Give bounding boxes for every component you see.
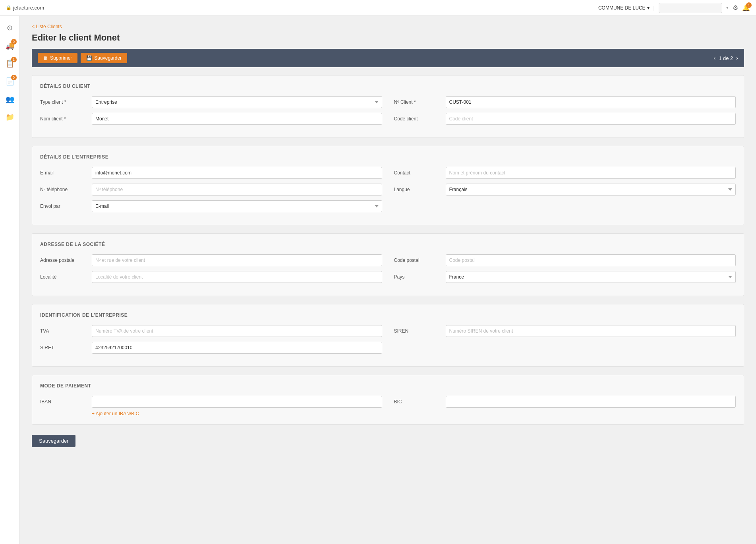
form-row-adresse-cp: Adresse postale Code postal: [40, 254, 736, 266]
pays-select[interactable]: France Belgique Suisse Luxembourg: [446, 271, 736, 283]
tva-input[interactable]: [92, 325, 382, 337]
langue-select[interactable]: Français English Deutsch Español: [446, 184, 736, 196]
form-group-langue: Langue Français English Deutsch Español: [394, 184, 736, 196]
prev-arrow[interactable]: ‹: [714, 55, 716, 61]
section-title-paiement: MODE DE PAIEMENT: [40, 383, 736, 389]
gear-icon[interactable]: ⚙: [733, 4, 738, 12]
email-input[interactable]: [92, 167, 382, 179]
form-group-telephone: Nº téléphone: [40, 184, 382, 196]
form-group-num-client: Nº Client *: [394, 96, 736, 108]
section-client-details: DÉTAILS DU CLIENT Type client * Entrepri…: [32, 75, 744, 138]
folder-icon: 📁: [6, 113, 14, 122]
chevron-down-icon: ▾: [726, 5, 729, 10]
lock-icon: 🔒: [6, 5, 12, 10]
chevron-down-icon: ▾: [647, 5, 650, 11]
form-group-bic: BIC: [394, 396, 736, 408]
bell-badge: 1: [746, 2, 752, 8]
section-entreprise-details: DÉTAILS DE L'ENTREPRISE E-mail Contact N…: [32, 146, 744, 225]
page-title: Editer le client Monet: [32, 33, 744, 43]
sidebar-item-contacts[interactable]: 👥: [2, 91, 18, 107]
nom-client-label: Nom client *: [40, 116, 88, 122]
pays-label: Pays: [394, 274, 442, 280]
nom-client-input[interactable]: [92, 113, 382, 125]
bell-icon[interactable]: 🔔 1: [742, 4, 750, 12]
breadcrumb[interactable]: Liste Clients: [32, 24, 744, 29]
form-group-tva: TVA: [40, 325, 382, 337]
contact-input[interactable]: [446, 167, 736, 179]
section-title-adresse: ADRESSE DE LA SOCIÉTÉ: [40, 242, 736, 247]
tva-label: TVA: [40, 328, 88, 334]
form-row-siret: SIRET: [40, 342, 736, 354]
delivery-badge: 0: [11, 39, 17, 45]
localite-input[interactable]: [92, 271, 382, 283]
code-postal-input[interactable]: [446, 254, 736, 266]
email-label: E-mail: [40, 170, 88, 176]
contacts-icon: 👥: [6, 95, 14, 104]
sidebar-item-delivery[interactable]: 🚚 0: [2, 38, 18, 54]
form-row-nom-code: Nom client * Code client: [40, 113, 736, 125]
code-client-input[interactable]: [446, 113, 736, 125]
section-title-entreprise: DÉTAILS DE L'ENTREPRISE: [40, 154, 736, 160]
form-row-localite-pays: Localité Pays France Belgique Suisse Lux…: [40, 271, 736, 283]
bic-label: BIC: [394, 399, 442, 405]
type-client-label: Type client *: [40, 99, 88, 105]
form-group-email: E-mail: [40, 167, 382, 179]
form-group-adresse: Adresse postale: [40, 254, 382, 266]
save-bottom-button[interactable]: Sauvegarder: [32, 435, 75, 447]
supprimer-button[interactable]: 🗑 Supprimer: [38, 53, 77, 63]
langue-label: Langue: [394, 187, 442, 192]
section-title-identification: IDENTIFICATION DE L'ENTREPRISE: [40, 312, 736, 318]
add-iban-container: + Ajouter un IBAN/BIC: [92, 410, 736, 416]
siren-input[interactable]: [446, 325, 736, 337]
envoi-par-select[interactable]: E-mail Courrier Les deux: [92, 200, 382, 212]
section-adresse: ADRESSE DE LA SOCIÉTÉ Adresse postale Co…: [32, 233, 744, 296]
form-group-localite: Localité: [40, 271, 382, 283]
adresse-label: Adresse postale: [40, 257, 88, 263]
type-client-select[interactable]: Entreprise Particulier: [92, 96, 382, 108]
main-content: Liste Clients Editer le client Monet 🗑 S…: [20, 16, 756, 544]
form-group-code-postal: Code postal: [394, 254, 736, 266]
form-group-siren: SIREN: [394, 325, 736, 337]
search-input[interactable]: [659, 3, 722, 13]
section-paiement: MODE DE PAIEMENT IBAN BIC + Ajouter un I…: [32, 375, 744, 425]
siren-label: SIREN: [394, 328, 442, 334]
form-group-pays: Pays France Belgique Suisse Luxembourg: [394, 271, 736, 283]
company-selector[interactable]: COMMUNE DE LUCE ▾: [598, 5, 650, 11]
document-badge: 0: [11, 75, 17, 80]
sidebar-item-documents[interactable]: 📄 0: [2, 74, 18, 89]
navbar: 🔒 jefacture.com COMMUNE DE LUCE ▾ | ▾ ⚙ …: [0, 0, 756, 16]
add-iban-link[interactable]: + Ajouter un IBAN/BIC: [92, 411, 139, 416]
form-row-tel-langue: Nº téléphone Langue Français English Deu…: [40, 184, 736, 196]
save-icon: 💾: [86, 55, 92, 61]
iban-label: IBAN: [40, 399, 88, 405]
trash-icon: 🗑: [43, 55, 48, 61]
num-client-label: Nº Client *: [394, 99, 442, 105]
siret-input[interactable]: [92, 342, 382, 354]
num-client-input[interactable]: [446, 96, 736, 108]
toolbar-left: 🗑 Supprimer 💾 Sauvegarder: [38, 53, 127, 63]
section-identification: IDENTIFICATION DE L'ENTREPRISE TVA SIREN…: [32, 304, 744, 367]
form-row-type-num: Type client * Entreprise Particulier Nº …: [40, 96, 736, 108]
form-group-siret: SIRET: [40, 342, 382, 354]
toolbar-pagination: ‹ 1 de 2 ›: [714, 55, 739, 61]
telephone-input[interactable]: [92, 184, 382, 196]
sauvegarder-button[interactable]: 💾 Sauvegarder: [81, 53, 127, 63]
code-client-label: Code client: [394, 116, 442, 122]
iban-input[interactable]: [92, 396, 382, 408]
telephone-label: Nº téléphone: [40, 187, 88, 192]
sidebar-item-invoices[interactable]: 📋 1: [2, 56, 18, 72]
invoice-badge: 1: [11, 57, 17, 62]
bic-input[interactable]: [446, 396, 736, 408]
sidebar-item-folder[interactable]: 📁: [2, 109, 18, 125]
next-arrow[interactable]: ›: [736, 55, 738, 61]
form-group-iban: IBAN: [40, 396, 382, 408]
form-group-type: Type client * Entreprise Particulier: [40, 96, 382, 108]
form-group-code-client: Code client: [394, 113, 736, 125]
sidebar-item-dashboard[interactable]: ⊙: [2, 20, 18, 36]
adresse-input[interactable]: [92, 254, 382, 266]
section-title-client: DÉTAILS DU CLIENT: [40, 83, 736, 89]
contact-label: Contact: [394, 170, 442, 176]
siret-label: SIRET: [40, 345, 88, 350]
dashboard-icon: ⊙: [7, 23, 13, 32]
separator: |: [654, 5, 655, 11]
